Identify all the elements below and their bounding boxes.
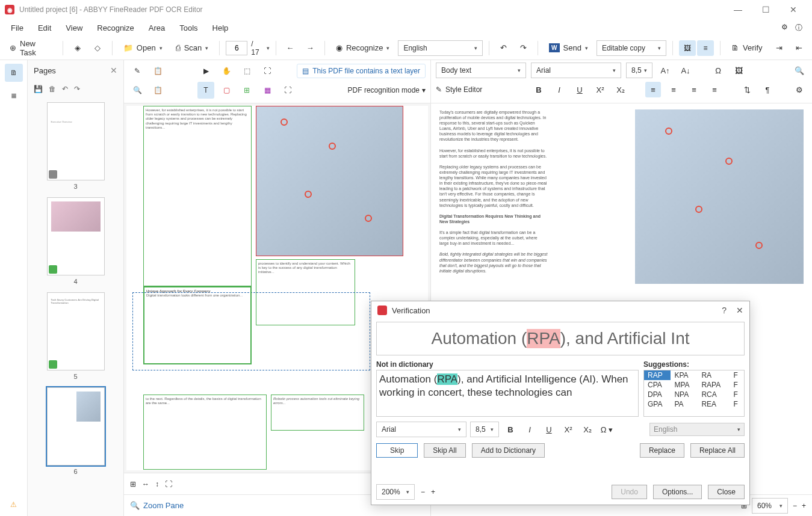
save-icon[interactable]: 💾 — [34, 85, 43, 93]
layers-icon-1[interactable]: ◈ — [69, 40, 85, 57]
replace-button[interactable]: Replace — [640, 443, 684, 458]
select-area-icon[interactable]: ⬚ — [238, 63, 255, 79]
scan-button[interactable]: ⎙ Scan ▾ — [171, 41, 214, 55]
suggestion-item[interactable]: REA — [698, 399, 730, 409]
layers-icon-2[interactable]: ◇ — [90, 40, 106, 57]
dialog-close-button[interactable]: ✕ — [736, 306, 743, 315]
help-icon[interactable]: ⓘ — [795, 23, 802, 33]
find-icon[interactable]: 🔍 — [129, 82, 146, 99]
hand-icon[interactable]: ✋ — [218, 63, 235, 79]
suggestion-item[interactable]: RAPA — [698, 380, 730, 390]
paragraph-button[interactable]: ¶ — [760, 82, 775, 97]
dialog-size-combo[interactable]: 8,5 ▾ — [470, 422, 499, 437]
suggestion-item[interactable]: CPA — [644, 380, 671, 390]
recognize-button[interactable]: ◉ Recognize ▾ — [331, 41, 394, 55]
suggestions-list[interactable]: RAPKPARAF CPAMPARAPAF DPANPARCAF GPAPARE… — [643, 370, 745, 417]
thumb-4[interactable]: 4 — [47, 197, 105, 285]
view-text-button[interactable]: ≡ — [697, 40, 714, 56]
rail-pages-button[interactable]: 🗎 — [5, 64, 23, 82]
options-button[interactable]: ⚙ — [792, 82, 807, 97]
style-editor-button[interactable]: ✎ Style Editor — [436, 85, 526, 94]
suggestion-item[interactable]: F — [730, 370, 744, 380]
thumb-5[interactable]: Tech Savvy Customers Are Driving Digital… — [47, 292, 105, 380]
menu-area[interactable]: Area — [143, 21, 171, 35]
dialog-font-combo[interactable]: Arial ▾ — [376, 422, 466, 437]
delete-icon[interactable]: 🗑 — [49, 85, 56, 93]
suggestion-item[interactable]: F — [730, 399, 744, 409]
arrows-v-icon[interactable]: ↕ — [155, 480, 159, 488]
dialog-bold-button[interactable]: B — [503, 422, 518, 437]
expand-icon[interactable]: ⛶ — [259, 63, 276, 79]
menu-tools[interactable]: Tools — [173, 21, 203, 35]
subscript-button[interactable]: X₂ — [613, 82, 628, 97]
close-panel-button[interactable]: ✕ — [110, 66, 117, 75]
layout-icon[interactable]: ⊞ — [130, 480, 136, 488]
sort-asc-button[interactable]: ⇥ — [771, 40, 787, 57]
skip-all-button[interactable]: Skip All — [424, 443, 465, 458]
align-justify-button[interactable]: ≡ — [707, 82, 722, 97]
table-area-icon[interactable]: ⊞ — [238, 82, 255, 99]
open-button[interactable]: 📁 Open ▾ — [119, 41, 167, 55]
zoom-in-button[interactable]: + — [802, 502, 806, 510]
pointer-icon[interactable]: ▶ — [197, 63, 214, 79]
editable-copy-combo[interactable]: Editable copy ▾ — [597, 40, 666, 56]
image-icon[interactable]: 🖼 — [731, 63, 746, 78]
suggestion-item[interactable]: RAP — [644, 370, 671, 380]
maximize-button[interactable]: ☐ — [752, 0, 779, 19]
size-combo[interactable]: 8,5 ▾ — [626, 63, 652, 78]
next-page-button[interactable]: → — [302, 40, 318, 57]
dialog-zoom-out-button[interactable]: − — [421, 488, 425, 496]
arrows-h-icon[interactable]: ↔ — [142, 480, 149, 488]
line-spacing-button[interactable]: ⇅ — [739, 82, 755, 97]
rail-list-button[interactable]: ≣ — [5, 87, 23, 105]
view-image-button[interactable]: 🖼 — [679, 40, 696, 56]
copy-icon[interactable]: 📋 — [149, 63, 166, 79]
barcode-area-icon[interactable]: ▦ — [259, 82, 276, 99]
language-combo[interactable]: English ▾ — [398, 40, 482, 56]
menu-edit[interactable]: Edit — [32, 21, 57, 35]
suggestion-item[interactable]: MPA — [671, 380, 698, 390]
dialog-underline-button[interactable]: U — [541, 422, 557, 437]
suggestion-item[interactable]: PA — [671, 399, 698, 409]
text-zoom-combo[interactable]: 60% ▾ — [752, 498, 788, 514]
prev-page-button[interactable]: ← — [282, 40, 298, 57]
add-to-dictionary-button[interactable]: Add to Dictionary — [472, 443, 545, 458]
close-dialog-button[interactable]: Close — [708, 485, 745, 499]
style-combo[interactable]: Body text ▾ — [436, 63, 526, 78]
suggestion-item[interactable]: GPA — [644, 399, 671, 409]
recognition-mode-dropdown[interactable]: PDF recognition mode ▾ — [348, 86, 426, 94]
text-area-icon[interactable]: T — [197, 82, 214, 99]
search-icon[interactable]: 🔍 — [792, 63, 807, 78]
suggestion-item[interactable]: RCA — [698, 390, 730, 399]
dialog-lang-combo[interactable]: English ▾ — [649, 423, 745, 436]
align-left-button[interactable]: ≡ — [645, 82, 661, 97]
warning-icon[interactable]: ⚠ — [10, 500, 17, 509]
verification-textarea[interactable]: Automation (RPA), and Artificial Intelli… — [376, 370, 639, 417]
settings-icon[interactable]: ⚙ — [781, 23, 788, 33]
decrease-font-button[interactable]: A↓ — [678, 63, 693, 78]
fullscreen-icon[interactable]: ⛶ — [279, 82, 296, 99]
chevron-down-icon[interactable]: ▾ — [267, 45, 270, 51]
thumbnails-list[interactable]: Executive Overview 3 4 Tech Savvy Custom… — [28, 97, 123, 516]
suggestion-item[interactable]: KPA — [671, 370, 698, 380]
skip-button[interactable]: Skip — [376, 443, 418, 458]
send-button[interactable]: W Send ▾ — [544, 41, 593, 55]
options-button[interactable]: Options... — [653, 485, 702, 499]
sort-desc-button[interactable]: ⇤ — [791, 40, 807, 57]
dialog-titlebar[interactable]: Verification ? ✕ — [371, 301, 749, 319]
dialog-subscript-button[interactable]: X₂ — [580, 422, 595, 437]
minimize-button[interactable]: — — [724, 0, 752, 19]
dialog-zoom-combo[interactable]: 200% ▾ — [376, 484, 415, 500]
page-number-input[interactable] — [226, 41, 247, 55]
suggestion-item[interactable]: DPA — [644, 390, 671, 399]
suggestion-item[interactable]: NPA — [671, 390, 698, 399]
dialog-italic-button[interactable]: I — [522, 422, 538, 437]
menu-view[interactable]: View — [60, 21, 88, 35]
thumb-6[interactable]: 6 — [47, 387, 105, 475]
thumb-3[interactable]: Executive Overview 3 — [47, 102, 105, 190]
superscript-button[interactable]: X² — [592, 82, 608, 97]
font-combo[interactable]: Arial ▾ — [531, 63, 621, 78]
rotate-right-icon[interactable]: ↷ — [74, 85, 80, 93]
undo-button[interactable]: ↶ — [495, 40, 512, 57]
align-center-button[interactable]: ≡ — [666, 82, 681, 97]
